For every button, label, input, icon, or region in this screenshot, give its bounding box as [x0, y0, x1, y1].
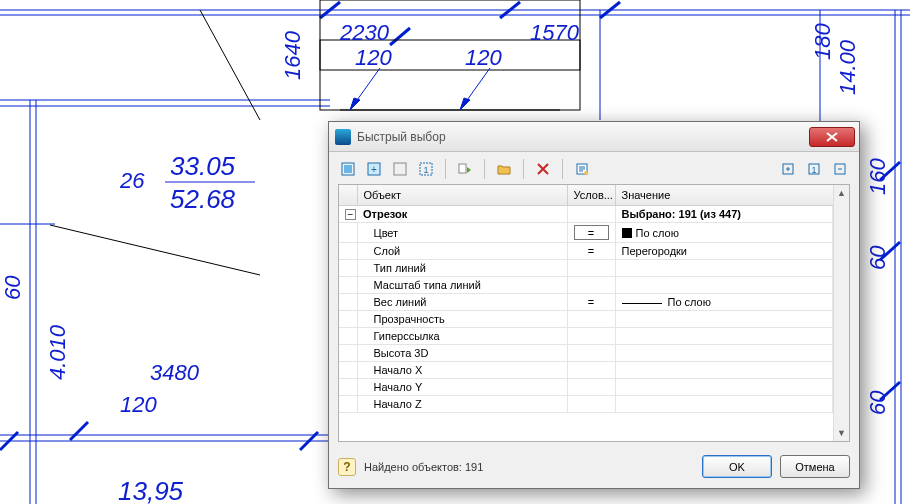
- dim-text: 60: [865, 245, 890, 270]
- grid-row[interactable]: Начало Z: [339, 396, 849, 413]
- dim-text: 13,95: [118, 476, 184, 504]
- dim-text: 33.05: [170, 151, 236, 181]
- property-name: Начало Y: [357, 379, 567, 396]
- dim-text: 120: [120, 392, 157, 417]
- svg-rect-37: [394, 163, 406, 175]
- dim-text: 160: [865, 158, 890, 195]
- grid-row[interactable]: Гиперссылка: [339, 328, 849, 345]
- dim-text: 1640: [280, 30, 305, 80]
- svg-text:1: 1: [811, 165, 816, 175]
- tb-delete-icon[interactable]: [532, 158, 554, 180]
- svg-text:1: 1: [423, 165, 428, 175]
- cancel-button[interactable]: Отмена: [780, 455, 850, 478]
- dim-text: 4.010: [45, 324, 70, 380]
- property-name: Вес линий: [357, 294, 567, 311]
- dim-text: 60: [865, 390, 890, 415]
- property-name: Гиперссылка: [357, 328, 567, 345]
- statusbar: ? Найдено объектов: 191 OK Отмена: [338, 455, 850, 478]
- grid-group-row[interactable]: −ОтрезокВыбрано: 191 (из 447): [339, 205, 849, 223]
- property-name: Слой: [357, 243, 567, 260]
- svg-line-23: [50, 225, 260, 275]
- dialog-title: Быстрый выбор: [357, 130, 809, 144]
- header-object[interactable]: Объект: [357, 185, 567, 205]
- hint-icon: ?: [338, 458, 356, 476]
- dim-text: 14.00: [835, 39, 860, 95]
- group-name: Отрезок: [357, 205, 567, 223]
- svg-text:+: +: [371, 164, 377, 175]
- tb-select-all-icon[interactable]: [337, 158, 359, 180]
- tb-page-1-icon[interactable]: 1: [803, 158, 825, 180]
- svg-line-14: [390, 28, 410, 45]
- condition-cell[interactable]: =: [588, 296, 594, 308]
- grid-row[interactable]: Цвет=По слою: [339, 223, 849, 243]
- scroll-down-icon[interactable]: ▼: [834, 425, 849, 441]
- dim-text: 120: [355, 45, 392, 70]
- property-name: Начало Z: [357, 396, 567, 413]
- condition-cell[interactable]: =: [588, 245, 594, 257]
- dim-text: 1570: [530, 20, 580, 45]
- tb-properties-icon[interactable]: [571, 158, 593, 180]
- header-value[interactable]: Значение: [615, 185, 849, 205]
- quick-select-dialog: Быстрый выбор + 1 1: [328, 121, 860, 489]
- grid-row[interactable]: Масштаб типа линий: [339, 277, 849, 294]
- tb-open-icon[interactable]: [493, 158, 515, 180]
- dim-text: 26: [119, 168, 145, 193]
- svg-marker-31: [460, 98, 470, 110]
- dim-text: 120: [465, 45, 502, 70]
- color-swatch: [622, 228, 632, 238]
- property-name: Начало X: [357, 362, 567, 379]
- svg-rect-40: [459, 164, 466, 173]
- header-condition[interactable]: Услов...: [567, 185, 615, 205]
- vertical-scrollbar[interactable]: ▲ ▼: [833, 185, 849, 441]
- condition-input[interactable]: =: [574, 225, 609, 240]
- tb-expand-all-icon[interactable]: [777, 158, 799, 180]
- group-summary: Выбрано: 191 (из 447): [615, 205, 833, 223]
- dim-text: 3480: [150, 360, 200, 385]
- dim-text: 180: [810, 23, 835, 60]
- collapse-icon[interactable]: −: [345, 209, 356, 220]
- tb-filter-icon[interactable]: [454, 158, 476, 180]
- svg-marker-29: [350, 98, 360, 110]
- tb-apply-1-icon[interactable]: 1: [415, 158, 437, 180]
- status-text: Найдено объектов: 191: [364, 461, 694, 473]
- close-button[interactable]: [809, 127, 855, 147]
- ok-button[interactable]: OK: [702, 455, 772, 478]
- app-icon: [335, 129, 351, 145]
- scroll-up-icon[interactable]: ▲: [834, 185, 849, 201]
- property-name: Масштаб типа линий: [357, 277, 567, 294]
- tb-select-none-icon[interactable]: [389, 158, 411, 180]
- property-name: Цвет: [357, 223, 567, 243]
- grid-row[interactable]: Начало Y: [339, 379, 849, 396]
- grid-row[interactable]: Слой=Перегородки: [339, 243, 849, 260]
- grid-header-row: Объект Услов... Значение: [339, 185, 849, 205]
- value-cell[interactable]: Перегородки: [622, 245, 688, 257]
- property-name: Тип линий: [357, 260, 567, 277]
- lineweight-sample: [622, 303, 662, 304]
- property-name: Высота 3D: [357, 345, 567, 362]
- svg-point-42: [584, 171, 588, 175]
- grid-row[interactable]: Прозрачность: [339, 311, 849, 328]
- grid-row[interactable]: Высота 3D: [339, 345, 849, 362]
- svg-line-24: [200, 10, 260, 120]
- property-name: Прозрачность: [357, 311, 567, 328]
- value-cell[interactable]: По слою: [636, 227, 680, 239]
- dim-text: 52.68: [170, 184, 236, 214]
- value-cell[interactable]: По слою: [668, 296, 712, 308]
- dim-text: 60: [0, 275, 25, 300]
- tb-collapse-all-icon[interactable]: [829, 158, 851, 180]
- property-grid[interactable]: Объект Услов... Значение −ОтрезокВыбрано…: [338, 184, 850, 442]
- svg-line-19: [70, 422, 88, 440]
- svg-rect-34: [344, 165, 352, 173]
- grid-row[interactable]: Тип линий: [339, 260, 849, 277]
- grid-row[interactable]: Вес линий=По слою: [339, 294, 849, 311]
- tb-add-selection-icon[interactable]: +: [363, 158, 385, 180]
- dim-text: 2230: [339, 20, 390, 45]
- toolbar: + 1 1: [329, 152, 859, 186]
- grid-row[interactable]: Начало X: [339, 362, 849, 379]
- titlebar[interactable]: Быстрый выбор: [329, 122, 859, 152]
